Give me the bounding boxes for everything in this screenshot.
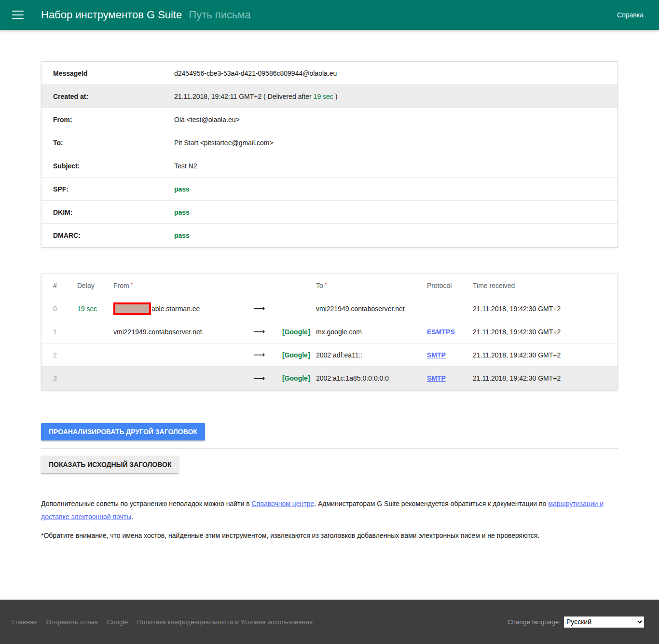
hamburger-menu-icon[interactable]	[12, 11, 24, 19]
language-select[interactable]: Русский	[564, 617, 644, 628]
summary-row-spf: SPF: pass	[41, 178, 618, 201]
hop-index: 1	[53, 328, 77, 336]
hop-index: 0	[53, 305, 77, 313]
summary-row-to: To: Pit Start <pitstartee@gmail.com>	[41, 131, 618, 154]
row-label: From:	[41, 116, 174, 123]
footer-link-google[interactable]: Google	[107, 618, 128, 626]
hops-table: # Delay From* To* Protocol Time received…	[41, 274, 618, 390]
col-time: Time received	[473, 282, 606, 289]
google-tag: [Google]	[282, 328, 316, 336]
footer-links: Главная Отправить отзыв Google Политика …	[12, 618, 313, 626]
app-title: Набор инструментов G Suite	[41, 9, 182, 21]
protocol-link[interactable]: SMTP	[427, 351, 446, 359]
hop-row-2: 2 ⟶ [Google] 2002:adf:ea11:: SMTP 21.11.…	[41, 343, 618, 367]
pass-badge: pass	[174, 208, 190, 216]
summary-row-dkim: DKIM: pass	[41, 201, 618, 224]
dkim-status-value: pass	[174, 208, 618, 216]
hop-from-host: able.starman.ee	[151, 305, 200, 313]
row-label: SPF:	[41, 185, 174, 193]
footer-link-privacy-terms[interactable]: Политика конфиденциальности и Условия ис…	[137, 618, 313, 626]
hop-to-host: 2002:a1c:1a85:0:0:0:0:0	[316, 374, 427, 382]
hop-from: vmi221949.contaboserver.net.	[113, 328, 253, 336]
hop-index: 3	[53, 374, 77, 382]
message-summary-table: MessageId d2454956-cbe3-53a4-d421-09586c…	[41, 61, 618, 247]
page: Набор инструментов G Suite Путь письма С…	[0, 0, 659, 644]
footer-link-feedback[interactable]: Отправить отзыв	[46, 618, 97, 626]
google-tag: [Google]	[282, 374, 316, 382]
row-label: MessageId	[41, 69, 174, 77]
col-from: From*	[113, 282, 253, 289]
col-to-label: To	[316, 282, 323, 289]
required-asterisk: *	[325, 282, 327, 288]
hop-delay: 19 sec	[77, 305, 113, 313]
created-at-text: 21.11.2018, 19:42:11 GMT+2 ( Delivered a…	[174, 93, 314, 100]
footer-link-home[interactable]: Главная	[12, 618, 37, 626]
hop-index: 2	[53, 351, 77, 359]
hop-row-1: 1 vmi221949.contaboserver.net. ⟶ [Google…	[41, 320, 618, 343]
row-value: Ola <test@olaola.eu>	[174, 116, 618, 123]
change-language-label: Change language:	[508, 618, 561, 626]
summary-row-messageid: MessageId d2454956-cbe3-53a4-d421-09586c…	[41, 62, 618, 85]
row-label: Subject:	[41, 162, 174, 170]
col-from-label: From	[113, 282, 129, 289]
page-footer: Главная Отправить отзыв Google Политика …	[0, 600, 659, 644]
arrow-right-icon: ⟶	[253, 327, 282, 337]
hop-to-host: mx.google.com	[316, 328, 427, 336]
summary-row-created-at: Created at: 21.11.2018, 19:42:11 GMT+2 (…	[41, 85, 618, 108]
hostnames-disclaimer: *Обратите внимание, что имена хостов, на…	[41, 529, 618, 542]
analyze-another-header-button[interactable]: ПРОАНАЛИЗИРОВАТЬ ДРУГОЙ ЗАГОЛОВОК	[41, 423, 205, 440]
row-label: Created at:	[41, 93, 174, 100]
protocol-link[interactable]: SMTP	[427, 374, 446, 382]
section-divider	[41, 448, 618, 449]
hop-to-host: 2002:adf:ea11::	[316, 351, 427, 359]
hop-time: 21.11.2018, 19:42:30 GMT+2	[473, 305, 606, 313]
google-tag: [Google]	[282, 351, 316, 359]
redacted-ip-box	[113, 302, 151, 315]
hop-protocol-cell: ESMTPS	[427, 328, 473, 336]
main-content: MessageId d2454956-cbe3-53a4-d421-09586c…	[41, 61, 618, 542]
hop-from: able.starman.ee	[113, 302, 253, 315]
help-center-link[interactable]: Справочном центре	[251, 500, 314, 507]
arrow-right-icon: ⟶	[253, 350, 282, 360]
row-value: d2454956-cbe3-53a4-d421-09586c809944@ola…	[174, 69, 618, 77]
row-value: 21.11.2018, 19:42:11 GMT+2 ( Delivered a…	[174, 93, 618, 100]
app-header: Набор инструментов G Suite Путь письма С…	[0, 0, 659, 30]
hop-protocol-cell: SMTP	[427, 374, 473, 382]
dmarc-status-value: pass	[174, 232, 618, 239]
row-label: DKIM:	[41, 208, 174, 216]
note-text: . Администраторам G Suite рекомендуется …	[314, 500, 548, 507]
created-at-suffix: )	[333, 93, 338, 100]
summary-row-subject: Subject: Test N2	[41, 154, 618, 178]
pass-badge: pass	[174, 232, 190, 239]
tool-subtitle: Путь письма	[189, 9, 251, 21]
hop-time: 21.11.2018, 19:42:30 GMT+2	[473, 374, 606, 382]
hop-row-0: 0 19 sec able.starman.ee ⟶ vmi221949.con…	[41, 297, 618, 320]
summary-row-from: From: Ola <test@olaola.eu>	[41, 108, 618, 131]
pass-badge: pass	[174, 185, 190, 193]
hop-protocol-cell: SMTP	[427, 351, 473, 359]
hop-to-host: vmi221949.contaboserver.net	[316, 305, 427, 313]
arrow-right-icon: ⟶	[253, 373, 282, 384]
required-asterisk: *	[131, 282, 133, 288]
delivered-after-value: 19 sec	[314, 93, 333, 100]
col-protocol: Protocol	[427, 282, 473, 289]
row-label: To:	[41, 139, 174, 147]
help-link[interactable]: Справка	[617, 11, 644, 19]
language-switcher: Change language: Русский	[508, 617, 644, 628]
row-value: Pit Start <pitstartee@gmail.com>	[174, 139, 618, 147]
hop-row-3: 3 ⟶ [Google] 2002:a1c:1a85:0:0:0:0:0 SMT…	[41, 367, 618, 390]
hops-header-row: # Delay From* To* Protocol Time received	[41, 274, 618, 297]
protocol-link[interactable]: ESMTPS	[427, 328, 455, 336]
note-text: .	[131, 513, 133, 521]
col-to: To*	[316, 282, 427, 289]
hop-time: 21.11.2018, 19:42:30 GMT+2	[473, 328, 606, 336]
row-label: DMARC:	[41, 232, 174, 239]
summary-row-dmarc: DMARC: pass	[41, 224, 618, 247]
note-text: Дополнительные советы по устранению непо…	[41, 500, 251, 507]
show-original-header-button[interactable]: ПОКАЗАТЬ ИСХОДНЫЙ ЗАГОЛОВОК	[41, 456, 179, 473]
arrow-right-icon: ⟶	[253, 303, 282, 314]
hop-time: 21.11.2018, 19:42:30 GMT+2	[473, 351, 606, 359]
spf-status-value: pass	[174, 185, 618, 193]
row-value: Test N2	[174, 162, 618, 170]
troubleshooting-note: Дополнительные советы по устранению непо…	[41, 497, 618, 523]
